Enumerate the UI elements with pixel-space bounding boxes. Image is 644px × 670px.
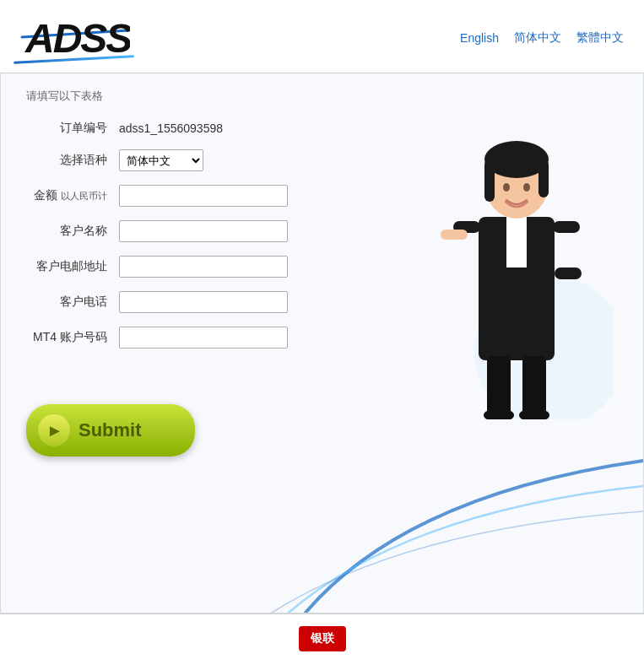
svg-rect-8 [538, 159, 549, 197]
svg-rect-7 [484, 159, 495, 202]
logo: ADSS [20, 12, 130, 64]
svg-rect-4 [506, 217, 527, 267]
person-area [415, 82, 618, 419]
logo-area: ADSS [20, 12, 130, 64]
svg-point-10 [523, 183, 530, 192]
submit-button[interactable]: ► Submit [26, 404, 195, 457]
svg-point-9 [503, 183, 510, 192]
footer: 银联 [0, 613, 644, 663]
unionpay-badge: 银联 [299, 626, 346, 651]
mt4-input[interactable] [119, 327, 288, 349]
submit-arrow-icon: ► [46, 421, 63, 440]
amount-label: 金额 以人民币计 [26, 188, 119, 203]
nav-links: English 简体中文 繁體中文 [460, 30, 624, 46]
customer-email-label: 客户电邮地址 [26, 259, 119, 274]
svg-text:ADSS: ADSS [24, 16, 130, 61]
submit-icon: ► [38, 414, 70, 446]
nav-english[interactable]: English [460, 31, 499, 45]
customer-name-label: 客户名称 [26, 224, 119, 239]
adss-logo-svg: ADSS [20, 12, 130, 61]
nav-traditional[interactable]: 繁體中文 [576, 30, 624, 46]
customer-phone-input[interactable] [119, 291, 288, 313]
person-illustration [419, 99, 614, 419]
submit-label: Submit [78, 419, 142, 441]
customer-name-input[interactable] [119, 220, 288, 242]
main-content: 请填写以下表格 订单编号 adss1_1556093598 选择语种 简体中文 … [0, 73, 644, 613]
header: ADSS English 简体中文 繁體中文 [0, 0, 644, 73]
svg-rect-14 [555, 267, 582, 279]
nav-simplified[interactable]: 简体中文 [514, 30, 561, 46]
mt4-label: MT4 账户号码 [26, 330, 119, 345]
customer-phone-label: 客户电话 [26, 294, 119, 310]
svg-rect-16 [522, 356, 546, 415]
svg-rect-13 [553, 221, 580, 233]
language-select[interactable]: 简体中文 English 繁體中文 [119, 149, 203, 171]
svg-rect-15 [487, 356, 511, 415]
order-number-label: 订单编号 [26, 121, 119, 136]
page-wrapper: ADSS English 简体中文 繁體中文 [0, 0, 644, 670]
svg-rect-12 [441, 230, 468, 240]
customer-email-input[interactable] [119, 256, 288, 278]
order-number-value: adss1_1556093598 [119, 122, 223, 135]
language-label: 选择语种 [26, 153, 119, 168]
amount-input[interactable] [119, 185, 288, 207]
